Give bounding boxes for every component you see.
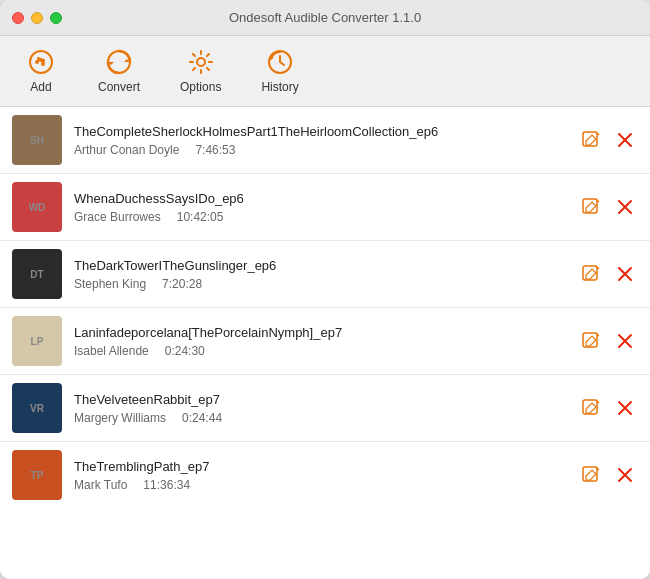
convert-icon: [105, 48, 133, 76]
svg-rect-16: [583, 266, 597, 280]
close-button[interactable]: [12, 12, 24, 24]
app-window: Ondesoft Audible Converter 1.1.0 Add: [0, 0, 650, 579]
svg-rect-28: [583, 467, 597, 481]
edit-button[interactable]: [578, 194, 604, 220]
item-actions: [578, 395, 638, 421]
item-title: TheDarkTowerITheGunslinger_ep6: [74, 258, 566, 273]
file-list: SH TheCompleteSherlockHolmesPart1TheHeir…: [0, 107, 650, 579]
item-title: TheTremblingPath_ep7: [74, 459, 566, 474]
thumb-text: VR: [12, 383, 62, 433]
item-meta: Arthur Conan Doyle 7:46:53: [74, 143, 566, 157]
item-info: Laninfadeporcelana[ThePorcelainNymph]_ep…: [74, 325, 566, 358]
titlebar: Ondesoft Audible Converter 1.1.0: [0, 0, 650, 36]
list-item: WD WhenaDuchessSaysIDo_ep6 Grace Burrowe…: [0, 174, 650, 241]
list-item: LP Laninfadeporcelana[ThePorcelainNymph]…: [0, 308, 650, 375]
item-title: Laninfadeporcelana[ThePorcelainNymph]_ep…: [74, 325, 566, 340]
convert-label: Convert: [98, 80, 140, 94]
history-label: History: [261, 80, 298, 94]
item-info: TheCompleteSherlockHolmesPart1TheHeirloo…: [74, 124, 566, 157]
delete-button[interactable]: [612, 328, 638, 354]
item-meta: Isabel Allende 0:24:30: [74, 344, 566, 358]
edit-button[interactable]: [578, 462, 604, 488]
thumb-text: TP: [12, 450, 62, 500]
item-duration: 7:46:53: [195, 143, 235, 157]
item-duration: 7:20:28: [162, 277, 202, 291]
item-author: Isabel Allende: [74, 344, 149, 358]
delete-button[interactable]: [612, 261, 638, 287]
item-info: TheTremblingPath_ep7 Mark Tufo 11:36:34: [74, 459, 566, 492]
list-item: TP TheTremblingPath_ep7 Mark Tufo 11:36:…: [0, 442, 650, 508]
svg-rect-12: [583, 199, 597, 213]
add-label: Add: [30, 80, 51, 94]
delete-button[interactable]: [612, 462, 638, 488]
history-button[interactable]: History: [253, 44, 306, 98]
edit-button[interactable]: [578, 328, 604, 354]
history-icon: [266, 48, 294, 76]
item-author: Stephen King: [74, 277, 146, 291]
item-thumbnail: SH: [12, 115, 62, 165]
add-button[interactable]: Add: [16, 44, 66, 98]
traffic-lights: [12, 12, 62, 24]
thumb-text: WD: [12, 182, 62, 232]
list-item: VR TheVelveteenRabbit_ep7 Margery Willia…: [0, 375, 650, 442]
options-label: Options: [180, 80, 221, 94]
item-actions: [578, 462, 638, 488]
item-actions: [578, 194, 638, 220]
options-icon: [187, 48, 215, 76]
item-thumbnail: LP: [12, 316, 62, 366]
item-info: TheVelveteenRabbit_ep7 Margery Williams …: [74, 392, 566, 425]
item-meta: Grace Burrowes 10:42:05: [74, 210, 566, 224]
thumb-text: LP: [12, 316, 62, 366]
item-duration: 10:42:05: [177, 210, 224, 224]
maximize-button[interactable]: [50, 12, 62, 24]
item-meta: Stephen King 7:20:28: [74, 277, 566, 291]
item-thumbnail: DT: [12, 249, 62, 299]
item-meta: Margery Williams 0:24:44: [74, 411, 566, 425]
item-duration: 11:36:34: [143, 478, 190, 492]
svg-rect-24: [583, 400, 597, 414]
svg-point-6: [197, 58, 205, 66]
toolbar: Add Convert Options: [0, 36, 650, 107]
add-icon: [27, 48, 55, 76]
item-actions: [578, 328, 638, 354]
delete-button[interactable]: [612, 127, 638, 153]
item-title: TheVelveteenRabbit_ep7: [74, 392, 566, 407]
item-title: TheCompleteSherlockHolmesPart1TheHeirloo…: [74, 124, 566, 139]
thumb-text: DT: [12, 249, 62, 299]
convert-button[interactable]: Convert: [90, 44, 148, 98]
item-info: TheDarkTowerITheGunslinger_ep6 Stephen K…: [74, 258, 566, 291]
delete-button[interactable]: [612, 194, 638, 220]
item-duration: 0:24:44: [182, 411, 222, 425]
delete-button[interactable]: [612, 395, 638, 421]
edit-button[interactable]: [578, 395, 604, 421]
thumb-text: SH: [12, 115, 62, 165]
svg-rect-8: [583, 132, 597, 146]
edit-button[interactable]: [578, 127, 604, 153]
item-info: WhenaDuchessSaysIDo_ep6 Grace Burrowes 1…: [74, 191, 566, 224]
list-item: DT TheDarkTowerITheGunslinger_ep6 Stephe…: [0, 241, 650, 308]
item-actions: [578, 261, 638, 287]
item-actions: [578, 127, 638, 153]
item-author: Arthur Conan Doyle: [74, 143, 179, 157]
item-meta: Mark Tufo 11:36:34: [74, 478, 566, 492]
list-item: SH TheCompleteSherlockHolmesPart1TheHeir…: [0, 107, 650, 174]
window-title: Ondesoft Audible Converter 1.1.0: [229, 10, 421, 25]
item-author: Grace Burrowes: [74, 210, 161, 224]
minimize-button[interactable]: [31, 12, 43, 24]
edit-button[interactable]: [578, 261, 604, 287]
item-thumbnail: VR: [12, 383, 62, 433]
options-button[interactable]: Options: [172, 44, 229, 98]
item-title: WhenaDuchessSaysIDo_ep6: [74, 191, 566, 206]
item-thumbnail: TP: [12, 450, 62, 500]
item-duration: 0:24:30: [165, 344, 205, 358]
svg-rect-20: [583, 333, 597, 347]
item-author: Margery Williams: [74, 411, 166, 425]
item-thumbnail: WD: [12, 182, 62, 232]
item-author: Mark Tufo: [74, 478, 127, 492]
